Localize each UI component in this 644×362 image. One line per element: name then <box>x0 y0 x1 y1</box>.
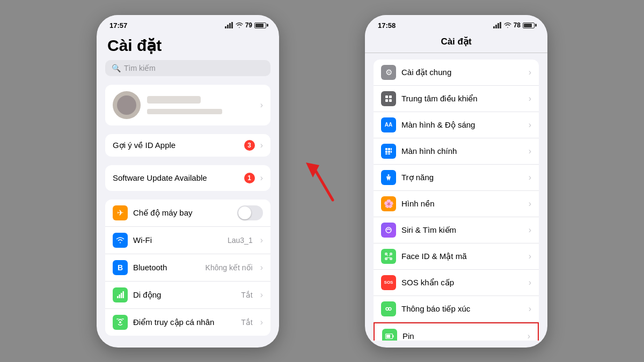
right-row-display[interactable]: AA Màn hình & Độ sáng › <box>374 112 539 138</box>
right-row-general[interactable]: ⚙ Cài đặt chung › <box>374 60 539 86</box>
general-icon: ⚙ <box>381 65 396 80</box>
svg-rect-25 <box>385 153 387 154</box>
accessibility-icon <box>381 170 396 185</box>
svg-rect-19 <box>385 148 387 150</box>
airplane-toggle[interactable] <box>237 205 263 220</box>
left-phone: 17:57 79 Cài đặt 🔍 Tìm kiếm <box>97 15 279 348</box>
svg-rect-12 <box>495 25 497 28</box>
status-bar-left: 17:57 79 <box>97 15 279 32</box>
bluetooth-label: Bluetooth <box>133 263 200 272</box>
hotspot-row[interactable]: Điểm truy cập cá nhân Tắt › <box>105 309 270 336</box>
right-row-battery[interactable]: Pin › <box>374 322 539 341</box>
accessibility-chevron: › <box>529 173 531 182</box>
time-left: 17:57 <box>109 21 127 29</box>
signal-icon-right <box>493 22 502 28</box>
battery-settings-icon <box>382 329 397 341</box>
svg-rect-1 <box>227 25 229 28</box>
sos-icon: SOS <box>381 275 396 290</box>
wallpaper-label: Hình nền <box>401 199 523 209</box>
status-icons-right: 78 <box>493 21 535 29</box>
battery-icon-left <box>254 23 266 28</box>
wifi-value: Lau3_1 <box>228 236 253 245</box>
sos-label: SOS khẩn cấp <box>401 278 523 287</box>
software-update-row[interactable]: Software Update Available 1 › <box>105 165 270 191</box>
right-row-homescreen[interactable]: Màn hình chính › <box>374 138 539 165</box>
svg-rect-18 <box>389 99 392 102</box>
faceid-icon <box>381 249 396 264</box>
svg-rect-21 <box>391 148 392 150</box>
profile-card[interactable]: › <box>105 85 270 125</box>
svg-rect-17 <box>385 99 388 102</box>
battery-row-icon-svg <box>385 334 394 339</box>
homescreen-settings-icon <box>385 147 392 155</box>
siri-icon-svg <box>385 226 392 234</box>
siri-icon <box>381 223 396 238</box>
time-right: 17:58 <box>378 21 396 29</box>
svg-rect-13 <box>497 23 499 28</box>
svg-point-27 <box>388 174 390 176</box>
svg-rect-30 <box>390 253 392 255</box>
right-row-control[interactable]: Trung tâm điều khiển › <box>374 86 539 112</box>
svg-rect-29 <box>385 253 387 255</box>
avatar <box>113 91 141 119</box>
search-placeholder-left: Tìm kiếm <box>124 64 156 72</box>
accessibility-label: Trợ năng <box>401 173 523 182</box>
right-screen-content: Cài đặt ⚙ Cài đặt chung › Trung tâm <box>365 32 547 341</box>
svg-point-28 <box>386 227 391 233</box>
airplane-row[interactable]: ✈ Chế độ máy bay <box>105 200 270 227</box>
siri-label: Siri & Tìm kiếm <box>401 225 523 235</box>
profile-sub <box>147 109 222 114</box>
svg-rect-39 <box>386 335 390 338</box>
wifi-icon-right <box>504 22 511 28</box>
svg-rect-6 <box>121 293 122 298</box>
svg-rect-11 <box>493 26 495 28</box>
svg-rect-32 <box>390 258 392 260</box>
faceid-icon-svg <box>385 253 392 260</box>
svg-rect-7 <box>123 291 125 298</box>
wallpaper-chevron: › <box>529 199 531 209</box>
right-row-accessibility[interactable]: Trợ năng › <box>374 165 539 191</box>
bluetooth-row[interactable]: B Bluetooth Không kết nối › <box>105 254 270 282</box>
wifi-chevron: › <box>260 235 263 245</box>
right-row-faceid[interactable]: Face ID & Mật mã › <box>374 243 539 270</box>
hotspot-icon <box>113 315 128 330</box>
svg-rect-20 <box>388 148 390 150</box>
goi-y-row[interactable]: Gợi ý về ID Apple 3 › <box>105 134 270 157</box>
svg-point-34 <box>389 255 390 256</box>
cellular-row[interactable]: Di động Tắt › <box>105 282 270 309</box>
svg-point-33 <box>387 255 388 256</box>
right-row-wallpaper[interactable]: 🌸 Hình nền › <box>374 191 539 217</box>
right-row-siri[interactable]: Siri & Tìm kiếm › <box>374 217 539 243</box>
control-center-icon <box>385 95 392 102</box>
hotspot-label: Điểm truy cập cá nhân <box>133 317 236 327</box>
cellular-chevron: › <box>260 290 263 300</box>
svg-rect-38 <box>393 335 394 337</box>
homescreen-label: Màn hình chính <box>401 146 523 156</box>
display-icon: AA <box>381 117 396 132</box>
faceid-chevron: › <box>529 252 531 261</box>
search-bar-left[interactable]: 🔍 Tìm kiếm <box>105 60 270 76</box>
status-icons-left: 79 <box>225 21 266 29</box>
svg-rect-23 <box>388 151 390 153</box>
battery-percent-right: 78 <box>514 21 521 29</box>
right-row-sos[interactable]: SOS SOS khẩn cấp › <box>374 270 539 296</box>
left-title: Cài đặt <box>97 32 279 60</box>
svg-rect-0 <box>225 26 226 28</box>
goi-y-label: Gợi ý về ID Apple <box>113 141 239 150</box>
battery-chevron: › <box>528 331 530 341</box>
svg-rect-26 <box>388 153 390 154</box>
status-bar-right: 17:58 78 <box>365 15 547 32</box>
control-chevron: › <box>529 94 531 104</box>
software-update-chevron: › <box>260 173 263 183</box>
right-phone: 17:58 78 Cài đặt ⚙ Cài đặt chung <box>365 15 547 348</box>
right-row-exposure[interactable]: Thông báo tiếp xúc › <box>374 296 539 322</box>
svg-rect-5 <box>119 294 121 298</box>
accessibility-settings-icon <box>385 174 392 181</box>
siri-chevron: › <box>529 225 531 235</box>
airplane-icon: ✈ <box>113 205 128 220</box>
profile-name <box>147 96 201 104</box>
faceid-label: Face ID & Mật mã <box>401 252 523 261</box>
exposure-icon <box>381 301 396 316</box>
wifi-row[interactable]: Wi-Fi Lau3_1 › <box>105 227 270 254</box>
homescreen-chevron: › <box>529 146 531 156</box>
